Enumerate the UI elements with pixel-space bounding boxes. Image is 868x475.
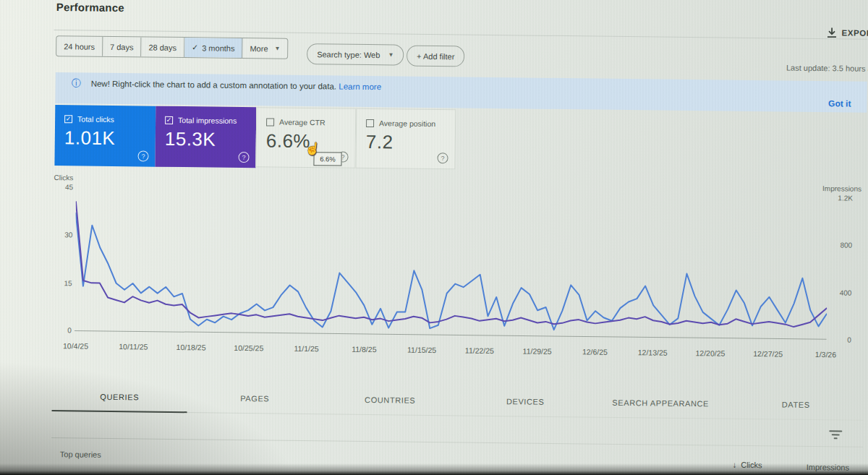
help-icon[interactable]: ? (137, 150, 148, 161)
performance-chart[interactable] (75, 181, 828, 345)
metric-value: 1.01K (64, 127, 116, 150)
range-more-button[interactable]: More ▼ (242, 38, 287, 59)
sort-descending-icon: ↓ (733, 461, 737, 469)
x-tick-label: 12/27/25 (753, 349, 783, 358)
average-position-card[interactable]: Average position 7.2 ? (355, 108, 456, 170)
banner-text: New! Right-click the chart to add a cust… (91, 80, 337, 91)
help-icon[interactable]: ? (238, 152, 249, 163)
got-it-button[interactable]: Got it (828, 98, 851, 108)
x-tick-label: 10/4/25 (63, 341, 88, 350)
info-icon: ⓘ (72, 77, 81, 90)
tab-queries[interactable]: QUERIES (52, 382, 187, 412)
y-tick-45: 45 (43, 183, 73, 191)
last-update-text: Last update: 3.5 hours ago (786, 64, 868, 73)
x-axis-labels: 10/4/2510/11/2510/18/2510/25/2511/1/2511… (75, 341, 825, 360)
tab-devices[interactable]: DEVICES (458, 386, 593, 416)
clicks-column-header[interactable]: ↓ Clicks (733, 461, 762, 469)
x-tick-label: 10/11/25 (119, 342, 148, 351)
help-icon[interactable]: ? (437, 153, 448, 163)
y-tick-30: 30 (42, 231, 72, 239)
x-axis-baseline (75, 330, 827, 339)
checkbox-checked-icon[interactable]: ✓ (165, 116, 173, 124)
left-axis-title: Clicks (43, 174, 73, 181)
x-tick-label: 11/1/25 (294, 344, 318, 353)
x-tick-label: 12/20/25 (695, 348, 725, 357)
x-tick-label: 11/15/25 (407, 346, 436, 354)
x-tick-label: 12/13/25 (638, 348, 668, 356)
learn-more-link[interactable]: Learn more (339, 82, 381, 92)
tab-pages[interactable]: PAGES (187, 383, 323, 414)
x-tick-label: 12/6/25 (582, 347, 608, 356)
range-24-hours[interactable]: 24 hours (56, 36, 103, 56)
range-7-days[interactable]: 7 days (103, 37, 142, 57)
search-console-performance-page: Performance EXPORT Last update: 3.5 hour… (0, 0, 868, 475)
total-clicks-card[interactable]: ✓ Total clicks 1.01K ? (54, 105, 156, 167)
x-tick-label: 11/8/25 (352, 345, 376, 354)
chevron-down-icon: ▼ (275, 46, 281, 52)
checkbox-checked-icon[interactable]: ✓ (64, 115, 72, 123)
tab-countries[interactable]: COUNTRIES (323, 385, 458, 415)
download-icon (827, 27, 836, 38)
chevron-down-icon: ▼ (388, 51, 393, 58)
page-title: Performance (56, 1, 124, 14)
check-icon: ✓ (192, 43, 198, 52)
x-tick-label: 10/18/25 (176, 343, 206, 351)
x-tick-label: 11/29/25 (523, 346, 552, 355)
export-label: EXPORT (841, 28, 868, 38)
metric-value: 6.6% (266, 129, 311, 153)
metric-label: Average position (379, 119, 435, 128)
y-tick-15: 15 (41, 279, 72, 287)
metric-value: 15.3K (165, 128, 216, 151)
range-3-months[interactable]: ✓ 3 months (184, 38, 243, 58)
dimension-tabs: QUERIES PAGES COUNTRIES DEVICES SEARCH A… (52, 382, 864, 421)
hand-cursor-icon: ☝ (304, 140, 321, 158)
date-range-group: 24 hours 7 days 28 days ✓ 3 months More … (56, 35, 289, 59)
chart-canvas (75, 181, 828, 345)
metric-value: 7.2 (366, 131, 393, 153)
filter-list-icon[interactable] (828, 430, 843, 440)
tab-search-appearance[interactable]: SEARCH APPEARANCE (593, 388, 728, 419)
x-tick-label: 10/25/25 (234, 343, 263, 352)
metric-label: Total clicks (77, 114, 114, 124)
impressions-column-header[interactable]: Impressions (807, 463, 849, 472)
export-button[interactable]: EXPORT (827, 27, 868, 38)
total-impressions-card[interactable]: ✓ Total impressions 15.3K ? (155, 106, 256, 168)
x-tick-label: 11/22/25 (465, 346, 494, 355)
search-type-dropdown[interactable]: Search type: Web ▼ (307, 43, 404, 66)
y-tick-0: 0 (41, 326, 72, 334)
metric-cards-row: ✓ Total clicks 1.01K ? ✓ Total impressio… (54, 105, 456, 170)
series-line-clicks (75, 213, 828, 333)
tab-dates[interactable]: DATES (728, 390, 863, 420)
table-title: Top queries (60, 450, 101, 459)
metric-label: Total impressions (178, 116, 237, 125)
metric-label: Average CTR (279, 118, 326, 127)
checkbox-unchecked-icon[interactable] (366, 119, 374, 127)
add-filter-button[interactable]: + Add filter (407, 46, 465, 67)
table-divider (51, 437, 863, 448)
range-28-days[interactable]: 28 days (141, 37, 184, 57)
checkbox-unchecked-icon[interactable] (266, 118, 274, 126)
x-tick-label: 1/3/26 (815, 350, 836, 359)
